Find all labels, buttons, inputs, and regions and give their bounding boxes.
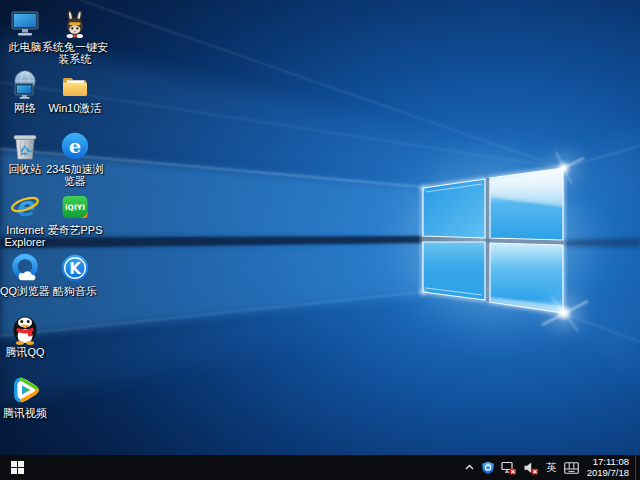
desktop-icon-label: 系统兔一键安装系统 [41,41,109,65]
desktop-icon-label: 酷狗音乐 [41,285,109,297]
qq-penguin-icon [0,313,59,345]
start-button[interactable] [0,455,34,480]
volume-muted-icon [523,461,539,475]
desktop-icon-label: 2345加速浏览器 [41,163,109,187]
desktop-icon-tencent-qq[interactable]: 腾讯QQ [0,313,59,358]
desktop-icon-system-rabbit-installer[interactable]: 系统兔一键安装系统 [41,8,109,65]
clock-time: 17:11:08 [587,457,629,468]
rabbit-mascot-icon [41,8,109,40]
desktop-icon-label: 腾讯视频 [0,407,59,419]
desktop-icon-kugou-music[interactable]: K 酷狗音乐 [41,252,109,297]
system-tray: 英 17:11:08 2019/7/18 [461,455,640,480]
desktop-icon-win10-activation[interactable]: Win10激活 [41,69,109,114]
security-shield-icon [481,461,495,475]
chevron-up-icon [464,462,475,473]
tray-volume[interactable] [520,455,542,480]
taskbar: 英 17:11:08 2019/7/18 [0,455,640,480]
tray-security-shield[interactable] [478,455,498,480]
clock-date: 2019/7/18 [587,468,629,479]
2345-browser-icon: e [41,130,109,162]
folder-icon [41,69,109,101]
show-desktop-button[interactable] [635,455,640,480]
kugou-icon: K [41,252,109,284]
svg-text:e: e [69,135,81,157]
tencent-video-icon [0,374,59,406]
desktop-icon-tencent-video[interactable]: 腾讯视频 [0,374,59,419]
svg-text:K: K [69,260,82,278]
windows-desktop[interactable]: 此电脑 系统兔一键安装系统 [0,0,640,480]
ime-language-indicator[interactable]: 英 [542,455,561,480]
tray-network-status[interactable] [498,455,520,480]
keyboard-icon [564,462,579,474]
iqiyi-icon: iQIYI [41,191,109,223]
tray-touch-keyboard[interactable] [561,455,582,480]
desktop-icon-label: Win10激活 [41,102,109,114]
windows-logo-icon [11,461,24,474]
network-disconnected-icon [501,461,517,475]
taskbar-clock[interactable]: 17:11:08 2019/7/18 [582,457,635,478]
show-hidden-icons-button[interactable] [461,455,478,480]
desktop-icon-label: 腾讯QQ [0,346,59,358]
desktop-icon-2345-browser[interactable]: e 2345加速浏览器 [41,130,109,187]
desktop-icon-label: 爱奇艺PPS [41,224,109,236]
svg-text:iQIYI: iQIYI [65,203,85,212]
desktop-icon-iqiyi-pps[interactable]: iQIYI 爱奇艺PPS [41,191,109,236]
